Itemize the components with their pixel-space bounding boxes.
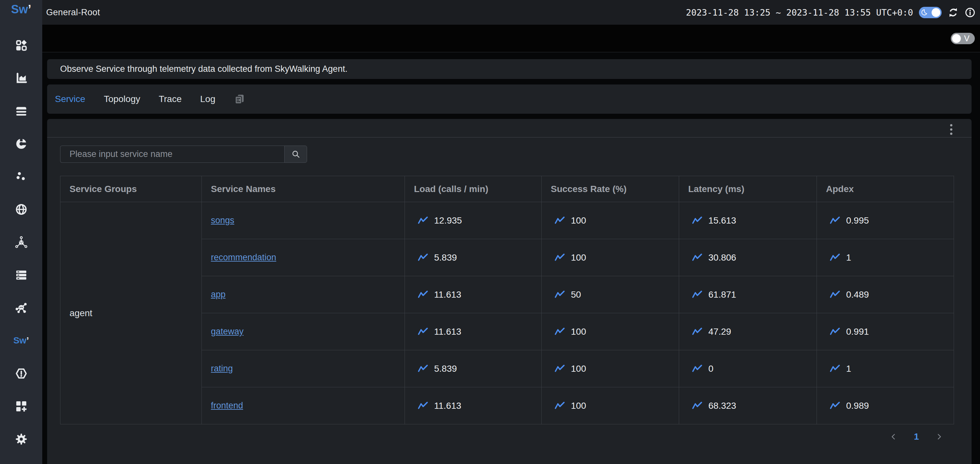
prev-page-button[interactable] (889, 432, 899, 442)
sidebar-item-dashboards[interactable] (14, 39, 28, 51)
load-value: 5.839 (434, 364, 457, 374)
trend-line-icon (692, 365, 702, 373)
apdex-value: 1 (846, 364, 851, 374)
service-link-songs[interactable]: songs (211, 215, 234, 225)
sidebar-item-browser[interactable] (14, 203, 28, 215)
apdex-value: 0.489 (846, 289, 869, 300)
col-service-names: Service Names (202, 176, 405, 202)
search-button[interactable] (284, 146, 307, 163)
trend-line-icon (418, 402, 428, 410)
sidebar-item-self-observability[interactable]: Sw’ (14, 334, 28, 347)
latency-value: 61.871 (708, 289, 736, 300)
tabs-bar: Service Topology Trace Log (47, 84, 972, 114)
trend-line-icon (692, 216, 702, 224)
service-link-rating[interactable]: rating (211, 364, 233, 373)
banner-text: Observe Service through telemetry data c… (60, 64, 347, 74)
col-load: Load (calls / min) (405, 176, 542, 202)
load-value: 11.613 (434, 289, 461, 300)
sidebar-item-database[interactable] (14, 269, 28, 281)
trend-line-icon (692, 402, 702, 410)
info-icon (965, 8, 975, 17)
widget-header (47, 119, 972, 137)
load-value: 11.613 (434, 327, 461, 337)
table-row: agent songs 12.935 100 15.613 0.995 (60, 202, 954, 239)
toggle-knob (952, 34, 961, 43)
trend-line-icon (692, 253, 702, 262)
col-success-rate: Success Rate (%) (542, 176, 679, 202)
documents-icon[interactable] (234, 94, 245, 105)
kebab-menu-button[interactable] (945, 123, 957, 136)
globe-icon (15, 203, 27, 215)
sidebar-item-infrastructure[interactable] (14, 236, 28, 248)
trend-line-icon (830, 216, 840, 224)
success-rate-value: 100 (571, 327, 586, 337)
success-rate-value: 100 (571, 400, 586, 411)
dashboard-toolbar: V (42, 25, 980, 52)
sidebar-menu: Sw’ (14, 39, 28, 445)
sidebar-item-settings[interactable] (14, 433, 28, 445)
success-rate-value: 100 (571, 215, 586, 226)
col-latency: Latency (ms) (679, 176, 817, 202)
trend-line-icon (555, 402, 565, 410)
sidebar-item-functions[interactable] (14, 137, 28, 150)
latency-value: 47.29 (708, 327, 731, 337)
trend-line-icon (555, 253, 565, 262)
tab-trace[interactable]: Trace (159, 94, 181, 104)
trend-line-icon (830, 327, 840, 336)
skywalking-logo[interactable]: Sw’ (11, 3, 31, 16)
apdex-value: 0.995 (846, 215, 869, 226)
next-page-button[interactable] (934, 432, 944, 442)
refresh-button[interactable] (948, 7, 959, 18)
pagination: 1 (60, 432, 954, 442)
trend-line-icon (555, 365, 565, 373)
service-link-app[interactable]: app (211, 289, 226, 299)
time-range[interactable]: 2023-11-28 13:25 ~ 2023-11-28 13:55 UTC+… (686, 8, 913, 17)
service-link-gateway[interactable]: gateway (211, 327, 244, 336)
trend-line-icon (830, 291, 840, 299)
bar-chart-icon (15, 72, 27, 84)
alert-hexagon-icon (15, 367, 27, 380)
col-apdex: Apdex (817, 176, 954, 202)
sidebar-item-gateway[interactable] (14, 302, 28, 314)
apdex-value: 0.991 (846, 327, 869, 337)
search-input[interactable] (60, 146, 284, 163)
col-service-groups: Service Groups (60, 176, 202, 202)
sidebar-item-general-service[interactable] (14, 72, 28, 84)
sidebar-item-service-mesh[interactable] (14, 105, 28, 117)
current-page[interactable]: 1 (914, 432, 919, 442)
view-toggle-label: V (964, 34, 970, 43)
scatter-icon (15, 171, 27, 183)
trend-line-icon (418, 216, 428, 224)
latency-value: 15.613 (708, 215, 736, 226)
moon-icon (920, 9, 928, 16)
tab-service[interactable]: Service (55, 94, 85, 104)
trend-line-icon (830, 402, 840, 410)
view-edit-toggle[interactable]: V (951, 33, 975, 44)
trend-line-icon (830, 365, 840, 373)
latency-value: 0 (708, 364, 714, 374)
trend-line-icon (692, 327, 702, 336)
trend-line-icon (418, 327, 428, 336)
description-banner: Observe Service through telemetry data c… (47, 59, 972, 79)
sidebar-item-new-dashboard[interactable] (14, 400, 28, 412)
success-rate-value: 50 (571, 289, 581, 300)
tab-topology[interactable]: Topology (103, 94, 140, 104)
layers-icon (15, 105, 27, 117)
sidebar-item-kubernetes[interactable] (14, 170, 28, 183)
info-button[interactable] (964, 7, 975, 18)
network-hub-icon (15, 302, 27, 314)
latency-value: 68.323 (708, 400, 736, 411)
dark-mode-toggle[interactable] (919, 7, 942, 18)
topbar-controls: 2023-11-28 13:25 ~ 2023-11-28 13:55 UTC+… (686, 7, 975, 18)
tab-log[interactable]: Log (200, 94, 215, 104)
sidebar-item-alerting[interactable] (14, 367, 28, 380)
service-link-frontend[interactable]: frontend (211, 400, 243, 410)
trend-line-icon (418, 253, 428, 262)
skywalking-icon: Sw (13, 335, 26, 346)
trend-line-icon (418, 365, 428, 373)
pie-chart-icon (15, 138, 27, 150)
cube-network-icon (15, 236, 27, 248)
service-link-recommendation[interactable]: recommendation (211, 253, 276, 262)
widget-body: Service Groups Service Names Load (calls… (47, 137, 972, 442)
trend-line-icon (692, 291, 702, 299)
